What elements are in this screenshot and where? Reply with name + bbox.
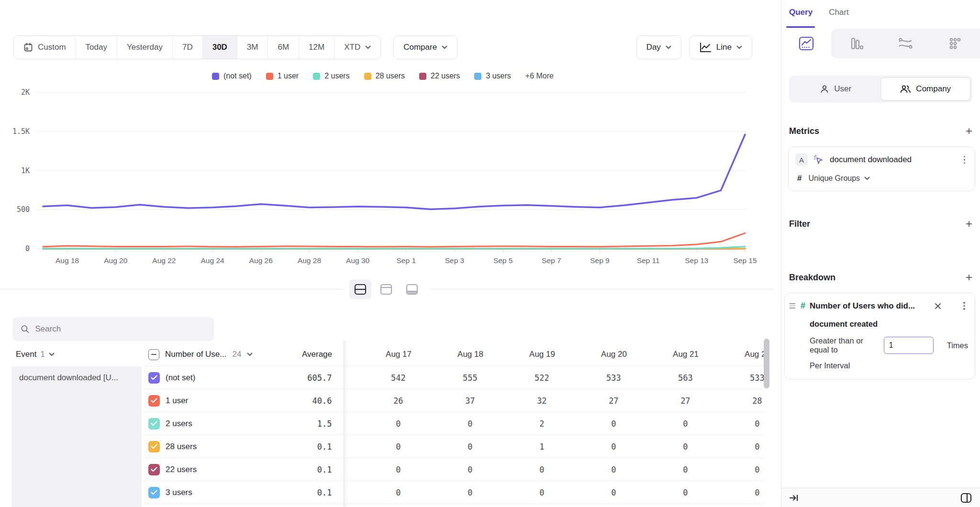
breakdown-title: Breakdown	[789, 273, 835, 283]
drag-handle-icon[interactable]	[789, 302, 796, 309]
tab-chart[interactable]: Chart	[829, 8, 849, 29]
date-column-header[interactable]: Aug 21	[650, 350, 722, 359]
chevron-down-icon[interactable]	[247, 353, 253, 356]
breakdown-menu-button[interactable]	[960, 301, 968, 311]
entity-user-label: User	[834, 84, 851, 94]
chart-type-line-button[interactable]	[781, 29, 831, 58]
breakdown-value-input[interactable]	[884, 337, 934, 354]
legend-item[interactable]: 3 users	[474, 72, 511, 80]
compare-button[interactable]: Compare	[393, 35, 457, 59]
x-axis-label: Sep 5	[493, 256, 513, 265]
interval-dropdown[interactable]: Day	[636, 35, 681, 59]
group-count: 24	[233, 350, 242, 359]
user-icon	[820, 84, 829, 94]
range-label: 12M	[309, 43, 324, 52]
legend-item[interactable]: 22 users	[419, 72, 460, 80]
entity-user-segment[interactable]: User	[791, 77, 880, 100]
layout-chart-only-button[interactable]	[375, 279, 397, 299]
range-yesterday[interactable]: Yesterday	[117, 36, 173, 59]
range-3m[interactable]: 3M	[237, 36, 268, 59]
legend-item[interactable]: 2 users	[313, 72, 349, 80]
chart-type-label: Line	[716, 43, 732, 52]
legend-label: 1 user	[278, 72, 299, 80]
range-30d[interactable]: 30D	[203, 36, 237, 59]
row-checkbox[interactable]	[148, 395, 160, 407]
range-label: Yesterday	[127, 43, 163, 52]
search-input[interactable]	[35, 324, 206, 334]
metric-letter-badge: A	[795, 154, 808, 166]
row-checkbox[interactable]	[148, 441, 160, 452]
entity-company-segment[interactable]: Company	[880, 77, 971, 100]
date-column-header[interactable]: Aug 22	[722, 350, 767, 359]
table-body: (not set)605.75425555225335635331 user40…	[0, 366, 781, 504]
event-count: 1	[40, 350, 45, 359]
chevron-down-icon	[442, 45, 447, 49]
add-breakdown-button[interactable]: +	[966, 272, 972, 283]
metric-card[interactable]: A document downloaded # Unique Groups	[788, 146, 975, 191]
row-value-cell: 0	[721, 465, 766, 474]
date-column-header[interactable]: Aug 17	[363, 350, 434, 359]
event-cursor-icon	[813, 154, 824, 165]
row-checkbox[interactable]	[148, 464, 160, 475]
metric-event-name[interactable]: document downloaded	[830, 155, 912, 165]
row-value-cell: 0	[434, 419, 506, 429]
legend-more-button[interactable]: +6 More	[525, 72, 554, 80]
layout-split-button[interactable]	[349, 279, 371, 299]
event-header-label: Event	[16, 350, 36, 359]
row-value-cell: 555	[434, 373, 506, 383]
table-row: (not set)605.7542555522533563533	[144, 366, 766, 389]
legend-item[interactable]: (not set)	[212, 72, 252, 80]
chevron-down-icon	[49, 353, 55, 356]
legend-item[interactable]: 1 user	[266, 72, 299, 80]
series-line-1-user[interactable]	[43, 233, 745, 247]
remove-breakdown-button[interactable]	[934, 302, 942, 310]
panel-layout-icon[interactable]	[960, 492, 972, 504]
range-custom[interactable]: Custom	[14, 36, 76, 59]
row-average: 0.1	[267, 488, 344, 497]
range-7d[interactable]: 7D	[173, 36, 203, 59]
range-xtd[interactable]: XTD	[334, 36, 380, 59]
compare-label: Compare	[403, 43, 437, 52]
series-line--not-set-[interactable]	[43, 134, 745, 209]
chart-type-dropdown[interactable]: Line	[689, 35, 752, 59]
measurement-dropdown[interactable]: Unique Groups	[808, 174, 870, 183]
layout-table-only-button[interactable]	[401, 279, 423, 299]
range-today[interactable]: Today	[76, 36, 117, 59]
check-icon	[151, 375, 157, 380]
row-checkbox[interactable]	[148, 418, 160, 430]
legend-item[interactable]: 28 users	[364, 72, 405, 80]
date-column-header[interactable]: Aug 19	[506, 350, 578, 359]
row-average: 0.1	[267, 465, 344, 474]
breakdown-card[interactable]: # Number of Users who did... document cr…	[784, 293, 975, 379]
x-axis-label: Sep 15	[733, 256, 757, 265]
users-group-icon	[900, 84, 911, 94]
legend-swatch	[313, 73, 320, 80]
x-axis-label: Sep 9	[590, 256, 610, 265]
range-6m[interactable]: 6M	[268, 36, 299, 59]
select-all-checkbox[interactable]	[148, 349, 159, 360]
tab-query[interactable]: Query	[789, 8, 813, 29]
event-column-header[interactable]: Event 1	[0, 350, 144, 359]
chart-type-bar-button[interactable]	[831, 29, 881, 58]
collapse-panel-icon[interactable]	[789, 494, 799, 502]
chart-type-more-button[interactable]	[930, 29, 980, 58]
filter-title: Filter	[789, 219, 810, 229]
chevron-down-icon	[736, 45, 742, 49]
range-12m[interactable]: 12M	[299, 36, 334, 59]
legend-swatch	[474, 73, 481, 80]
row-checkbox[interactable]	[148, 372, 160, 384]
row-label: 2 users	[166, 419, 192, 429]
row-value-cell: 37	[434, 396, 506, 406]
row-value-cell: 27	[649, 396, 721, 406]
chart-type-flow-button[interactable]	[881, 29, 931, 58]
table-scrollbar[interactable]	[764, 339, 769, 388]
line-chart[interactable]: 05001K1.5K2KAug 18Aug 20Aug 22Aug 24Aug …	[0, 87, 781, 269]
metric-menu-button[interactable]	[961, 155, 969, 165]
row-checkbox[interactable]	[148, 487, 160, 498]
legend-swatch	[266, 73, 273, 80]
date-column-header[interactable]: Aug 20	[578, 350, 650, 359]
range-label: Today	[86, 43, 107, 52]
add-metric-button[interactable]: +	[966, 125, 972, 137]
date-column-header[interactable]: Aug 18	[434, 350, 506, 359]
add-filter-button[interactable]: +	[966, 218, 972, 230]
